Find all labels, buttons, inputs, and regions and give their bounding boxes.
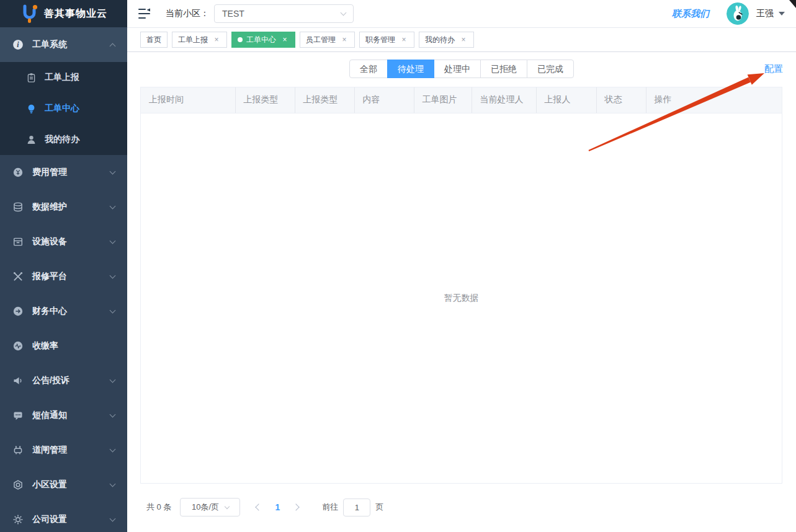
avatar[interactable]	[727, 2, 749, 25]
user-menu-caret-icon[interactable]	[779, 12, 785, 16]
workorder-submenu: 工单上报 工单中心 我的待办	[0, 62, 127, 155]
chevron-down-icon	[110, 412, 116, 418]
chevron-down-icon	[110, 516, 116, 522]
sidebar-section-label: 财务中心	[32, 306, 67, 317]
message-bubble-icon	[12, 410, 24, 421]
sidebar-section-community-settings[interactable]: 小区设置	[0, 468, 127, 502]
chevron-up-icon	[110, 43, 116, 49]
sidebar-section-finance-center[interactable]: 财务中心	[0, 294, 127, 329]
table-header-row: 上报时间 上报类型 上报类型 内容 工单图片 当前处理人 上报人 状态 操作	[141, 87, 782, 113]
brand-header: 善其事物业云	[0, 0, 127, 27]
username[interactable]: 王强	[756, 8, 774, 19]
current-page[interactable]: 1	[275, 502, 280, 512]
sidebar-section-data-maintenance[interactable]: 数据维护	[0, 190, 127, 224]
column-header-report-time: 上报时间	[141, 87, 235, 113]
chevron-down-icon	[110, 308, 116, 314]
sidebar-section-label: 报修平台	[32, 271, 67, 282]
column-header-workorder-image: 工单图片	[414, 87, 472, 113]
sidebar-section-workorder-system[interactable]: i 工单系统	[0, 27, 127, 62]
filter-pending-button[interactable]: 待处理	[387, 60, 434, 78]
sidebar-section-repair-platform[interactable]: 报修平台	[0, 259, 127, 294]
sidebar-section-label: 道闸管理	[32, 445, 67, 456]
sidebar-item-my-todo[interactable]: 我的待办	[0, 124, 127, 155]
tools-icon	[12, 271, 24, 282]
tab-workorder-report[interactable]: 工单上报 ×	[172, 32, 227, 48]
empty-data-text: 暂无数据	[444, 293, 479, 304]
page-size-select[interactable]: 10条/页	[180, 498, 240, 516]
goto-page-input[interactable]	[343, 499, 370, 516]
tab-label: 职务管理	[365, 35, 395, 45]
sidebar-section-announcements[interactable]: 公告/投诉	[0, 363, 127, 398]
user-icon	[26, 135, 37, 145]
chevron-down-icon	[341, 9, 347, 16]
table-empty-body: 暂无数据	[141, 113, 782, 484]
contact-us-link[interactable]: 联系我们	[672, 8, 709, 20]
brand-logo-icon	[20, 4, 38, 23]
topbar: 当前小区： TEST 联系我们 王强	[127, 0, 796, 28]
chevron-down-icon	[110, 238, 116, 244]
sidebar-item-label: 工单中心	[45, 103, 79, 114]
nut-icon	[12, 479, 24, 490]
next-page-button[interactable]	[288, 498, 303, 516]
close-icon[interactable]: ×	[340, 35, 349, 44]
sidebar-item-workorder-center[interactable]: 工单中心	[0, 93, 127, 124]
sidebar-section-label: 公司设置	[32, 514, 67, 525]
sidebar-section-label: 数据维护	[32, 202, 67, 213]
sidebar-section-fee-management[interactable]: 费用管理	[0, 155, 127, 190]
filter-completed-button[interactable]: 已完成	[527, 60, 574, 78]
sidebar-section-label: 公告/投诉	[32, 375, 69, 386]
chevron-down-icon	[110, 169, 116, 175]
column-header-current-handler: 当前处理人	[472, 87, 536, 113]
community-label: 当前小区：	[166, 8, 209, 19]
config-link[interactable]: 配置	[764, 63, 783, 75]
sidebar-section-label: 费用管理	[32, 167, 67, 178]
sidebar-item-workorder-report[interactable]: 工单上报	[0, 62, 127, 93]
sidebar-section-label: 设施设备	[32, 236, 67, 247]
gear-icon	[12, 514, 24, 525]
chevron-down-icon	[110, 481, 116, 487]
tab-employee-management[interactable]: 员工管理 ×	[300, 32, 355, 48]
sidebar: 善其事物业云 i 工单系统 工单上报 工单中心	[0, 0, 127, 532]
sidebar-section-sms-notification[interactable]: 短信通知	[0, 398, 127, 433]
megaphone-icon	[12, 375, 24, 386]
page-size-value: 10条/页	[192, 502, 219, 513]
sidebar-section-gate-management[interactable]: 道闸管理	[0, 433, 127, 468]
close-icon[interactable]: ×	[459, 35, 468, 44]
chevron-down-icon	[110, 446, 116, 453]
close-icon[interactable]: ×	[280, 35, 289, 44]
sidebar-section-collection-rate[interactable]: 收缴率	[0, 329, 127, 363]
finance-circle-icon	[12, 306, 24, 317]
tab-label: 我的待办	[425, 35, 455, 45]
sidebar-section-label: 工单系统	[32, 39, 67, 50]
sidebar-section-company-settings[interactable]: 公司设置	[0, 502, 127, 532]
total-count: 共 0 条	[146, 502, 171, 513]
column-header-reporter: 上报人	[536, 87, 596, 113]
community-select[interactable]: TEST	[214, 4, 354, 23]
pagination: 共 0 条 10条/页 1 前往 页	[146, 497, 383, 517]
tab-label: 工单上报	[178, 35, 208, 45]
filter-processing-button[interactable]: 处理中	[434, 60, 481, 78]
gate-icon	[12, 445, 24, 456]
tab-label: 员工管理	[306, 35, 336, 45]
status-filter-group: 全部 待处理 处理中 已拒绝 已完成	[349, 60, 574, 78]
sidebar-section-label: 小区设置	[32, 479, 67, 490]
filter-rejected-button[interactable]: 已拒绝	[480, 60, 527, 78]
sidebar-item-label: 我的待办	[45, 134, 79, 145]
close-icon[interactable]: ×	[400, 35, 408, 44]
active-dot-icon	[238, 37, 243, 42]
sidebar-section-label: 短信通知	[32, 410, 67, 421]
tab-my-todo[interactable]: 我的待办 ×	[419, 32, 474, 48]
chevron-down-icon	[110, 377, 116, 383]
sidebar-toggle-icon[interactable]	[138, 8, 151, 19]
filter-all-button[interactable]: 全部	[349, 60, 388, 78]
tab-position-management[interactable]: 职务管理 ×	[359, 32, 414, 48]
tab-home[interactable]: 首页	[140, 32, 168, 48]
sidebar-section-facilities[interactable]: 设施设备	[0, 224, 127, 259]
tab-label: 工单中心	[246, 35, 276, 45]
community-select-value: TEST	[222, 9, 244, 19]
column-header-report-type-2: 上报类型	[295, 87, 354, 113]
chevron-down-icon	[110, 273, 116, 279]
prev-page-button[interactable]	[251, 498, 266, 516]
close-icon[interactable]: ×	[212, 35, 221, 44]
tab-workorder-center[interactable]: 工单中心 ×	[231, 32, 295, 48]
